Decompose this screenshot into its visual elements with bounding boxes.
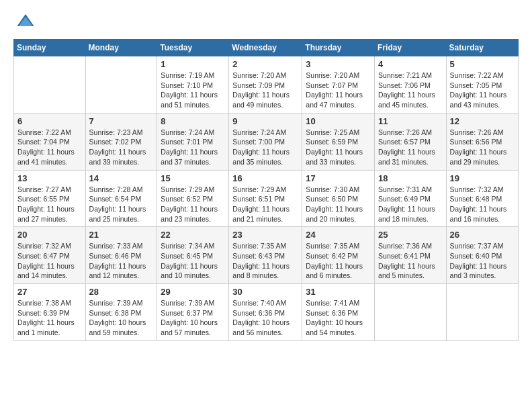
calendar-cell	[14, 56, 86, 113]
day-number: 12	[450, 116, 515, 126]
day-info: Sunrise: 7:20 AMSunset: 7:07 PMDaylight:…	[306, 71, 371, 110]
day-info: Sunrise: 7:28 AMSunset: 6:54 PMDaylight:…	[89, 185, 154, 224]
day-info: Sunrise: 7:40 AMSunset: 6:36 PMDaylight:…	[232, 298, 298, 338]
day-info: Sunrise: 7:34 AMSunset: 6:45 PMDaylight:…	[161, 241, 225, 281]
calendar-cell: 21Sunrise: 7:33 AMSunset: 6:46 PMDayligh…	[85, 227, 157, 284]
day-info: Sunrise: 7:27 AMSunset: 6:55 PMDaylight:…	[17, 185, 82, 224]
day-number: 20	[17, 230, 82, 240]
calendar-cell: 29Sunrise: 7:39 AMSunset: 6:37 PMDayligh…	[157, 284, 229, 341]
calendar-header-row: SundayMondayTuesdayWednesdayThursdayFrid…	[14, 40, 519, 56]
day-number: 4	[378, 59, 443, 69]
day-number: 19	[450, 173, 515, 183]
day-number: 9	[232, 116, 298, 126]
header	[13, 11, 519, 32]
calendar-cell: 26Sunrise: 7:37 AMSunset: 6:40 PMDayligh…	[446, 227, 518, 284]
day-number: 30	[232, 287, 298, 297]
day-info: Sunrise: 7:32 AMSunset: 6:47 PMDaylight:…	[17, 241, 82, 281]
day-number: 17	[306, 173, 371, 183]
column-header-sunday: Sunday	[14, 40, 86, 56]
calendar-cell	[446, 284, 518, 341]
column-header-tuesday: Tuesday	[157, 40, 229, 56]
calendar-cell: 14Sunrise: 7:28 AMSunset: 6:54 PMDayligh…	[85, 170, 157, 227]
calendar-cell: 13Sunrise: 7:27 AMSunset: 6:55 PMDayligh…	[14, 170, 86, 227]
day-number: 27	[17, 287, 82, 297]
column-header-wednesday: Wednesday	[229, 40, 302, 56]
calendar-cell: 20Sunrise: 7:32 AMSunset: 6:47 PMDayligh…	[14, 227, 86, 284]
calendar-cell: 8Sunrise: 7:24 AMSunset: 7:01 PMDaylight…	[157, 113, 229, 170]
calendar-cell: 12Sunrise: 7:26 AMSunset: 6:56 PMDayligh…	[446, 113, 518, 170]
day-info: Sunrise: 7:25 AMSunset: 6:59 PMDaylight:…	[306, 128, 371, 167]
day-info: Sunrise: 7:35 AMSunset: 6:42 PMDaylight:…	[306, 241, 371, 281]
calendar-cell: 11Sunrise: 7:26 AMSunset: 6:57 PMDayligh…	[375, 113, 447, 170]
calendar-cell: 30Sunrise: 7:40 AMSunset: 6:36 PMDayligh…	[229, 284, 302, 341]
calendar-cell: 6Sunrise: 7:22 AMSunset: 7:04 PMDaylight…	[14, 113, 86, 170]
day-number: 8	[161, 116, 225, 126]
day-number: 22	[161, 230, 225, 240]
day-number: 3	[306, 59, 371, 69]
calendar-week-2: 6Sunrise: 7:22 AMSunset: 7:04 PMDaylight…	[14, 113, 519, 170]
day-info: Sunrise: 7:39 AMSunset: 6:38 PMDaylight:…	[89, 298, 154, 338]
day-info: Sunrise: 7:23 AMSunset: 7:02 PMDaylight:…	[89, 128, 154, 167]
calendar-cell: 17Sunrise: 7:30 AMSunset: 6:50 PMDayligh…	[302, 170, 375, 227]
day-number: 18	[378, 173, 443, 183]
day-info: Sunrise: 7:30 AMSunset: 6:50 PMDaylight:…	[306, 185, 371, 224]
calendar-cell: 5Sunrise: 7:22 AMSunset: 7:05 PMDaylight…	[446, 56, 518, 113]
day-number: 6	[17, 116, 82, 126]
day-number: 15	[161, 173, 225, 183]
calendar-cell: 9Sunrise: 7:24 AMSunset: 7:00 PMDaylight…	[229, 113, 302, 170]
calendar-cell: 10Sunrise: 7:25 AMSunset: 6:59 PMDayligh…	[302, 113, 375, 170]
column-header-monday: Monday	[85, 40, 157, 56]
day-number: 31	[306, 287, 371, 297]
day-info: Sunrise: 7:19 AMSunset: 7:10 PMDaylight:…	[161, 71, 225, 110]
day-info: Sunrise: 7:35 AMSunset: 6:43 PMDaylight:…	[232, 241, 298, 281]
day-info: Sunrise: 7:24 AMSunset: 7:01 PMDaylight:…	[161, 128, 225, 167]
calendar-cell: 24Sunrise: 7:35 AMSunset: 6:42 PMDayligh…	[302, 227, 375, 284]
calendar-cell: 28Sunrise: 7:39 AMSunset: 6:38 PMDayligh…	[85, 284, 157, 341]
day-info: Sunrise: 7:20 AMSunset: 7:09 PMDaylight:…	[232, 71, 298, 110]
calendar-week-4: 20Sunrise: 7:32 AMSunset: 6:47 PMDayligh…	[14, 227, 519, 284]
calendar-cell: 27Sunrise: 7:38 AMSunset: 6:39 PMDayligh…	[14, 284, 86, 341]
calendar-cell: 18Sunrise: 7:31 AMSunset: 6:49 PMDayligh…	[375, 170, 447, 227]
day-number: 13	[17, 173, 82, 183]
day-number: 10	[306, 116, 371, 126]
column-header-friday: Friday	[375, 40, 447, 56]
day-number: 21	[89, 230, 154, 240]
day-info: Sunrise: 7:39 AMSunset: 6:37 PMDaylight:…	[161, 298, 225, 338]
calendar-cell: 2Sunrise: 7:20 AMSunset: 7:09 PMDaylight…	[229, 56, 302, 113]
day-number: 23	[232, 230, 298, 240]
page: SundayMondayTuesdayWednesdayThursdayFrid…	[0, 0, 532, 411]
calendar-cell: 31Sunrise: 7:41 AMSunset: 6:36 PMDayligh…	[302, 284, 375, 341]
day-info: Sunrise: 7:37 AMSunset: 6:40 PMDaylight:…	[450, 241, 515, 281]
day-number: 25	[378, 230, 443, 240]
calendar-week-1: 1Sunrise: 7:19 AMSunset: 7:10 PMDaylight…	[14, 56, 519, 113]
calendar-cell: 7Sunrise: 7:23 AMSunset: 7:02 PMDaylight…	[85, 113, 157, 170]
calendar-table: SundayMondayTuesdayWednesdayThursdayFrid…	[13, 39, 519, 341]
day-number: 7	[89, 116, 154, 126]
day-info: Sunrise: 7:26 AMSunset: 6:56 PMDaylight:…	[450, 128, 515, 167]
day-number: 26	[450, 230, 515, 240]
day-number: 16	[232, 173, 298, 183]
day-number: 1	[161, 59, 225, 69]
calendar-cell: 1Sunrise: 7:19 AMSunset: 7:10 PMDaylight…	[157, 56, 229, 113]
calendar-week-5: 27Sunrise: 7:38 AMSunset: 6:39 PMDayligh…	[14, 284, 519, 341]
calendar-cell: 16Sunrise: 7:29 AMSunset: 6:51 PMDayligh…	[229, 170, 302, 227]
day-number: 28	[89, 287, 154, 297]
day-info: Sunrise: 7:36 AMSunset: 6:41 PMDaylight:…	[378, 241, 443, 281]
day-number: 5	[450, 59, 515, 69]
calendar-cell: 19Sunrise: 7:32 AMSunset: 6:48 PMDayligh…	[446, 170, 518, 227]
day-info: Sunrise: 7:22 AMSunset: 7:04 PMDaylight:…	[17, 128, 82, 167]
calendar-cell: 4Sunrise: 7:21 AMSunset: 7:06 PMDaylight…	[375, 56, 447, 113]
calendar-cell: 22Sunrise: 7:34 AMSunset: 6:45 PMDayligh…	[157, 227, 229, 284]
day-number: 24	[306, 230, 371, 240]
calendar-cell: 23Sunrise: 7:35 AMSunset: 6:43 PMDayligh…	[229, 227, 302, 284]
calendar-cell	[375, 284, 447, 341]
day-info: Sunrise: 7:26 AMSunset: 6:57 PMDaylight:…	[378, 128, 443, 167]
calendar-cell: 3Sunrise: 7:20 AMSunset: 7:07 PMDaylight…	[302, 56, 375, 113]
day-number: 2	[232, 59, 298, 69]
day-info: Sunrise: 7:29 AMSunset: 6:52 PMDaylight:…	[161, 185, 225, 224]
day-info: Sunrise: 7:29 AMSunset: 6:51 PMDaylight:…	[232, 185, 298, 224]
day-info: Sunrise: 7:41 AMSunset: 6:36 PMDaylight:…	[306, 298, 371, 338]
day-info: Sunrise: 7:38 AMSunset: 6:39 PMDaylight:…	[17, 298, 82, 338]
day-info: Sunrise: 7:22 AMSunset: 7:05 PMDaylight:…	[450, 71, 515, 110]
day-info: Sunrise: 7:24 AMSunset: 7:00 PMDaylight:…	[232, 128, 298, 167]
